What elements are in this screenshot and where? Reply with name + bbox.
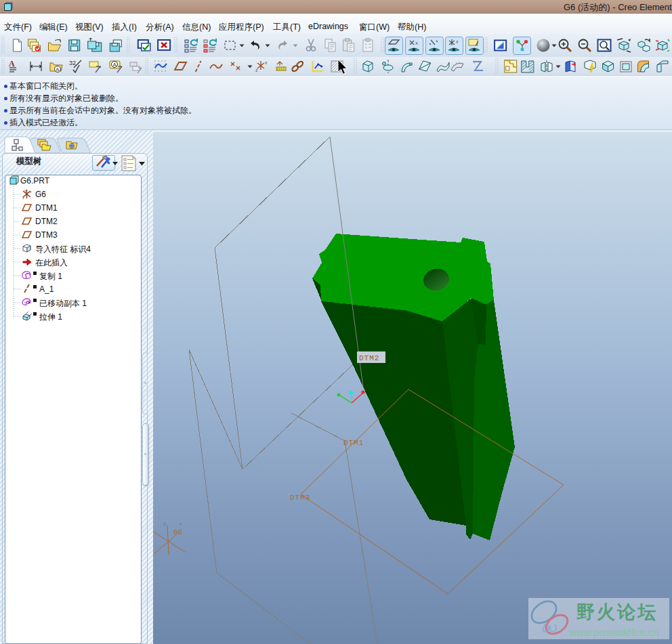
svg-text:x: x [415, 40, 418, 46]
svg-text:A: A [56, 67, 60, 72]
svg-text:z: z [22, 196, 24, 200]
svg-text:32: 32 [69, 60, 76, 66]
svg-text:DTM3: DTM3 [290, 494, 310, 502]
svg-text:x: x [265, 60, 268, 65]
svg-text:z: z [255, 68, 258, 72]
svg-text:A: A [9, 59, 15, 68]
svg-text:z: z [163, 521, 167, 527]
svg-text:G6: G6 [173, 528, 182, 536]
svg-text:y: y [24, 189, 26, 192]
svg-text:x: x [179, 521, 182, 527]
svg-text:x: x [30, 190, 32, 194]
svg-text:野火论坛: 野火论坛 [576, 602, 658, 622]
svg-text:x: x [456, 39, 459, 44]
svg-text:A: A [113, 62, 117, 68]
svg-text:www.proewildfire.cn: www.proewildfire.cn [568, 626, 659, 638]
svg-text:DTM2: DTM2 [359, 354, 379, 362]
svg-text:DTM1: DTM1 [343, 439, 364, 447]
